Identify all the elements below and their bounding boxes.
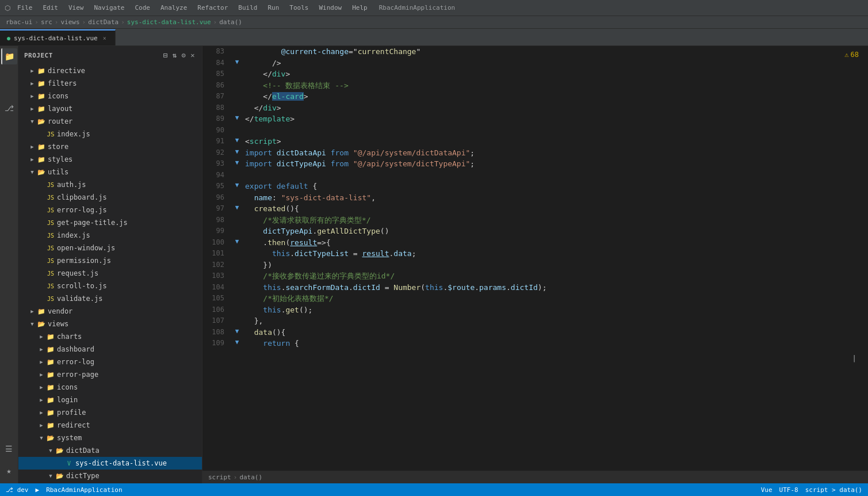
toolbar-btn-refactor[interactable]: Refactor [194,3,231,13]
activity-favorites[interactable]: ★ [1,463,17,479]
tree-item-error-page[interactable]: ▶ 📁 error-page [18,368,202,381]
line-gutter-fold[interactable]: ▼ [231,338,243,349]
tree-item-clipboard[interactable]: JS clipboard.js [18,191,202,204]
activity-structure[interactable]: ☰ [1,441,17,457]
toolbar-btn-edit[interactable]: Edit [40,3,62,13]
toolbar-btn-view[interactable]: View [65,3,87,13]
line-content[interactable]: created(){ [243,203,868,215]
tree-item-directive[interactable]: ▶ 📁 directive [18,64,202,77]
breadcrumb-dictData[interactable]: dictData [88,18,118,26]
breadcrumb-data[interactable]: data() [219,18,242,26]
line-content[interactable]: return { [243,338,868,349]
tree-item-error-log-views[interactable]: ▶ 📁 error-log [18,356,202,368]
collapse-all-btn[interactable]: ⊟ [162,50,169,60]
sort-btn[interactable]: ⇅ [171,50,178,60]
line-content[interactable]: import dictDataApi from "@/api/system/di… [243,147,868,159]
tree-item-index-utils[interactable]: JS index.js [18,229,202,242]
breadcrumb-src[interactable]: src [41,18,52,26]
tree-item-get-page-title[interactable]: JS get-page-title.js [18,216,202,229]
line-content[interactable] [243,125,868,136]
status-app-name[interactable]: RbacAdminApplication [46,486,122,494]
tree-item-store[interactable]: ▶ 📁 store [18,140,202,153]
tree-item-icons[interactable]: ▶ 📁 icons [18,90,202,102]
activity-project[interactable]: 📁 [1,48,17,64]
line-content[interactable]: import dictTypeApi from "@/api/system/di… [243,158,868,170]
tree-item-filters[interactable]: ▶ 📁 filters [18,77,202,90]
tree-item-scroll-to[interactable]: JS scroll-to.js [18,280,202,292]
tab-sys-dict-data-list[interactable]: ● sys-dict-data-list.vue × [0,29,116,45]
line-content[interactable]: </el-card> [243,91,868,102]
line-content[interactable]: @current-change="currentChange" [243,46,868,58]
status-line-col[interactable]: script > data() [805,486,862,494]
line-content[interactable]: name: "sys-dict-data-list", [243,192,868,204]
line-gutter-fold[interactable]: ▼ [231,237,243,249]
tree-item-views[interactable]: ▼ 📂 views [18,318,202,330]
breadcrumb-rbac-ui[interactable]: rbac-ui [6,18,32,26]
line-content[interactable]: </template> [243,113,868,125]
tree-item-error-log[interactable]: JS error-log.js [18,204,202,216]
breadcrumb-file[interactable]: sys-dict-data-list.vue [127,18,211,26]
line-gutter-fold[interactable]: ▼ [231,113,243,125]
line-content[interactable]: this.dictTypeList = result.data; [243,248,868,260]
status-encoding[interactable]: UTF-8 [779,486,798,494]
bottom-breadcrumb-data[interactable]: data() [239,474,262,481]
line-content[interactable]: </div> [243,102,868,114]
tree-item-open-window[interactable]: JS open-window.js [18,242,202,254]
toolbar-btn-tools[interactable]: Tools [286,3,312,13]
tree-item-dictType-folder[interactable]: ▼ 📂 dictType [18,470,202,482]
line-content[interactable]: /*发请求获取所有的字典类型*/ [243,215,868,226]
line-gutter-fold[interactable]: ▼ [231,327,243,338]
tree-item-system[interactable]: ▼ 📂 system [18,432,202,444]
hide-btn[interactable]: ✕ [189,50,196,60]
toolbar-btn-build[interactable]: Build [235,3,261,13]
tree-item-request[interactable]: JS request.js [18,267,202,280]
tree-item-redirect[interactable]: ▶ 📁 redirect [18,419,202,432]
line-gutter-fold[interactable]: ▼ [231,58,243,69]
line-content[interactable]: /> [243,58,868,69]
bottom-breadcrumb-script[interactable]: script [208,474,231,481]
tree-item-styles[interactable]: ▶ 📁 styles [18,153,202,166]
toolbar-btn-code[interactable]: Code [131,3,154,13]
tab-close-btn[interactable]: × [101,35,108,42]
line-gutter-fold[interactable]: ▼ [231,147,243,159]
tree-item-profile[interactable]: ▶ 📁 profile [18,406,202,419]
tree-item-utils[interactable]: ▼ 📂 utils [18,166,202,178]
line-gutter-fold[interactable]: ▼ [231,158,243,170]
line-content[interactable]: }, [243,315,868,327]
tree-item-login[interactable]: ▶ 📁 login [18,394,202,406]
code-container[interactable]: ⚠ 68 83 @current-change="currentChange" … [202,46,868,471]
line-content[interactable]: export default { [243,181,868,192]
toolbar-btn-analyze[interactable]: Analyze [157,3,190,13]
toolbar-btn-file[interactable]: File [14,3,36,13]
tree-item-router[interactable]: ▼ 📂 router [18,115,202,128]
settings-btn[interactable]: ⚙ [181,50,188,60]
tree-item-index-router[interactable]: JS index.js [18,128,202,140]
line-content[interactable]: data(){ [243,327,868,338]
tree-item-vendor[interactable]: ▶ 📁 vendor [18,305,202,318]
line-gutter-fold[interactable]: ▼ [231,203,243,215]
tree-item-sys-dict-data-list[interactable]: V sys-dict-data-list.vue [18,457,202,470]
line-gutter-fold[interactable]: ▼ [231,136,243,147]
line-content[interactable]: <!-- 数据表格结束 --> [243,80,868,91]
tree-item-permission-utils[interactable]: JS permission.js [18,254,202,267]
tree-item-layout[interactable]: ▶ 📁 layout [18,102,202,115]
line-gutter-fold[interactable]: ▼ [231,181,243,192]
toolbar-btn-window[interactable]: Window [315,3,345,13]
line-content[interactable]: <script> [243,136,868,147]
toolbar-btn-navigate[interactable]: Navigate [91,3,128,13]
tree-item-dashboard[interactable]: ▶ 📁 dashboard [18,343,202,356]
status-run-icon[interactable]: ▶ [36,486,40,494]
status-branch[interactable]: ⎇ dev [6,486,29,494]
line-content[interactable]: }) [243,260,868,271]
line-content[interactable]: </div> [243,68,868,80]
tree-item-charts[interactable]: ▶ 📁 charts [18,330,202,343]
tree-item-dictData-folder[interactable]: ▼ 📂 dictData [18,444,202,457]
line-content[interactable] [243,170,868,181]
status-language[interactable]: Vue [761,486,773,494]
tree-item-auth[interactable]: JS auth.js [18,178,202,191]
tree-item-icons-views[interactable]: ▶ 📁 icons [18,381,202,394]
toolbar-btn-run[interactable]: Run [264,3,282,13]
line-content[interactable]: /*接收参数传递过来的字典类型的id*/ [243,270,868,282]
activity-commit[interactable]: ⎇ [1,100,17,116]
breadcrumb-views[interactable]: views [60,18,79,26]
